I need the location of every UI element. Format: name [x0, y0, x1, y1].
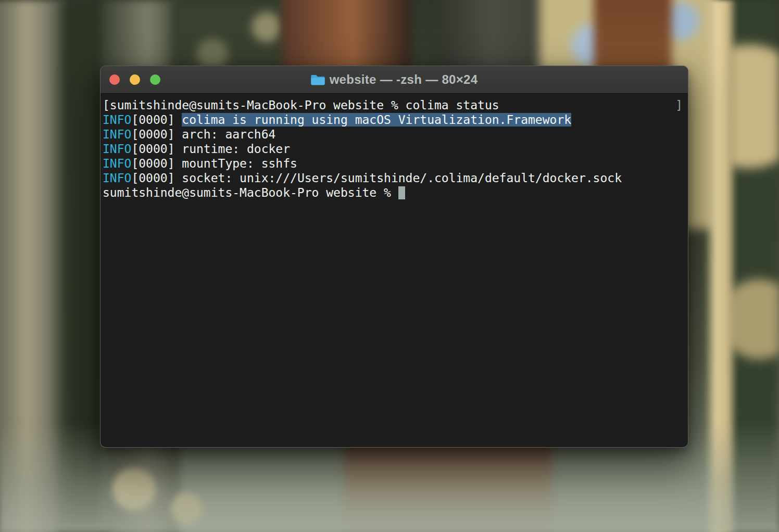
- terminal-line: [sumitshinde@sumits-MacBook-Pro website …: [103, 98, 686, 112]
- terminal-line: INFO[0000] arch: aarch64: [103, 127, 686, 142]
- traffic-lights: [100, 74, 160, 85]
- terminal-line: INFO[0000] colima is running using macOS…: [103, 112, 686, 127]
- terminal-text-segment: mountType: sshfs: [182, 157, 297, 170]
- terminal-line: sumitshinde@sumits-MacBook-Pro website %: [103, 185, 686, 200]
- terminal-text-segment: [0000]: [131, 171, 182, 185]
- terminal-text-segment: [0000]: [131, 157, 182, 170]
- terminal-text-segment: sumitshinde@sumits-MacBook-Pro website %: [103, 186, 398, 199]
- terminal-output[interactable]: [sumitshinde@sumits-MacBook-Pro website …: [100, 94, 688, 200]
- window-title-text: website — -zsh — 80×24: [330, 72, 478, 87]
- window-titlebar[interactable]: website — -zsh — 80×24: [100, 66, 688, 94]
- terminal-text-segment: INFO: [103, 113, 131, 126]
- close-button[interactable]: [109, 74, 120, 85]
- terminal-text-segment: [sumitshinde@sumits-MacBook-Pro website …: [103, 98, 499, 112]
- terminal-text-segment: socket: unix:///Users/sumitshinde/.colim…: [182, 171, 622, 185]
- terminal-text-segment: colima is running using macOS Virtualiza…: [182, 113, 571, 126]
- terminal-cursor: [398, 186, 405, 199]
- zoom-button[interactable]: [150, 74, 160, 85]
- terminal-window: website — -zsh — 80×24 [sumitshinde@sumi…: [100, 66, 688, 448]
- terminal-text-segment: INFO: [103, 157, 131, 170]
- terminal-line: INFO[0000] socket: unix:///Users/sumitsh…: [103, 171, 686, 185]
- terminal-line: INFO[0000] mountType: sshfs: [103, 156, 686, 171]
- terminal-right-bracket: ]: [675, 98, 683, 112]
- terminal-text-segment: [0000]: [131, 142, 182, 156]
- terminal-text-segment: INFO: [103, 142, 131, 156]
- minimize-button[interactable]: [130, 74, 140, 85]
- terminal-line: INFO[0000] runtime: docker: [103, 142, 686, 156]
- folder-icon: [311, 74, 325, 85]
- terminal-text-segment: INFO: [103, 128, 131, 141]
- terminal-text-segment: runtime: docker: [182, 142, 290, 156]
- terminal-text-segment: [0000]: [131, 128, 182, 141]
- terminal-text-segment: INFO: [103, 171, 131, 185]
- terminal-text-segment: arch: aarch64: [182, 128, 275, 141]
- window-title: website — -zsh — 80×24: [311, 72, 478, 87]
- terminal-text-segment: [0000]: [131, 113, 182, 126]
